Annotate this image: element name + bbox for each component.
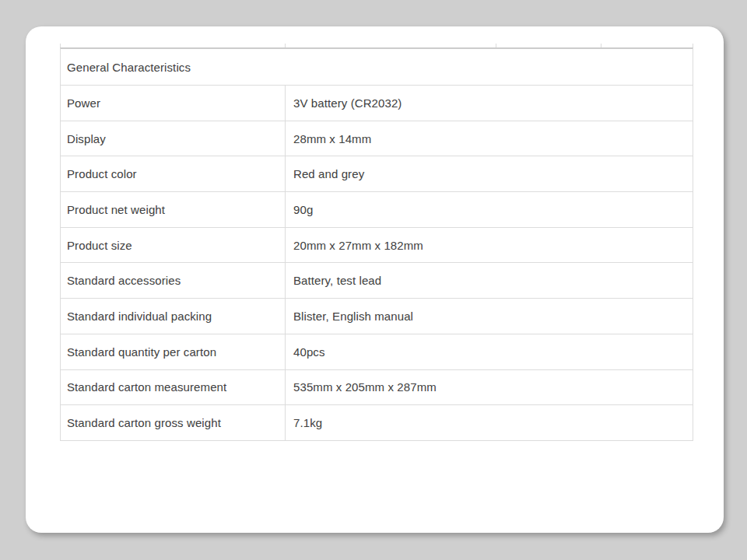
spec-value: 7.1kg <box>286 405 693 440</box>
clipped-column-border <box>496 44 496 47</box>
spec-value: 535mm x 205mm x 287mm <box>286 370 693 405</box>
spec-label: Display <box>61 121 286 156</box>
table-row: Power 3V battery (CR2032) <box>61 86 693 121</box>
spec-label: Power <box>61 86 286 121</box>
spec-label: Standard carton gross weight <box>61 405 286 440</box>
page-background: { "theme": { "page_background": "#cfcfcf… <box>0 0 747 560</box>
spec-value: Blister, English manual <box>286 299 693 334</box>
table-row: Product net weight 90g <box>61 192 693 228</box>
slide-card: General Characteristics Power 3V battery… <box>26 26 724 533</box>
table-row: Standard accessories Battery, test lead <box>61 263 693 299</box>
spec-label: Standard individual packing <box>61 299 286 334</box>
spec-value: 90g <box>286 192 693 227</box>
spec-rows: Power 3V battery (CR2032) Display 28mm x… <box>61 86 693 441</box>
spec-label: Standard accessories <box>61 263 286 298</box>
table-row: Display 28mm x 14mm <box>61 121 693 157</box>
table-section-header-label: General Characteristics <box>67 61 191 74</box>
clipped-column-border <box>285 44 286 47</box>
spec-label: Product color <box>61 156 286 191</box>
spec-label: Standard quantity per carton <box>61 334 286 369</box>
spec-table: General Characteristics Power 3V battery… <box>60 44 693 441</box>
clipped-row-remnant <box>60 44 693 47</box>
table-row: Product size 20mm x 27mm x 182mm <box>61 228 693 264</box>
table-row: Standard carton measurement 535mm x 205m… <box>61 370 693 406</box>
spec-label: Standard carton measurement <box>61 370 286 405</box>
spec-label: Product size <box>61 228 286 263</box>
spec-value: Red and grey <box>286 156 693 191</box>
spec-value: 3V battery (CR2032) <box>286 86 693 121</box>
table-row: Standard quantity per carton 40pcs <box>61 334 693 370</box>
spec-value: 28mm x 14mm <box>286 121 693 156</box>
spec-value: Battery, test lead <box>286 263 693 298</box>
spec-label: Product net weight <box>61 192 286 227</box>
table-row: Standard carton gross weight 7.1kg <box>61 405 693 441</box>
spec-value: 20mm x 27mm x 182mm <box>286 228 693 263</box>
spec-table-body: General Characteristics Power 3V battery… <box>60 47 693 441</box>
clipped-column-border <box>601 44 601 47</box>
table-row: Product color Red and grey <box>61 156 693 192</box>
table-row: Standard individual packing Blister, Eng… <box>61 299 693 334</box>
table-section-header-row: General Characteristics <box>61 49 693 86</box>
spec-value: 40pcs <box>286 334 693 369</box>
